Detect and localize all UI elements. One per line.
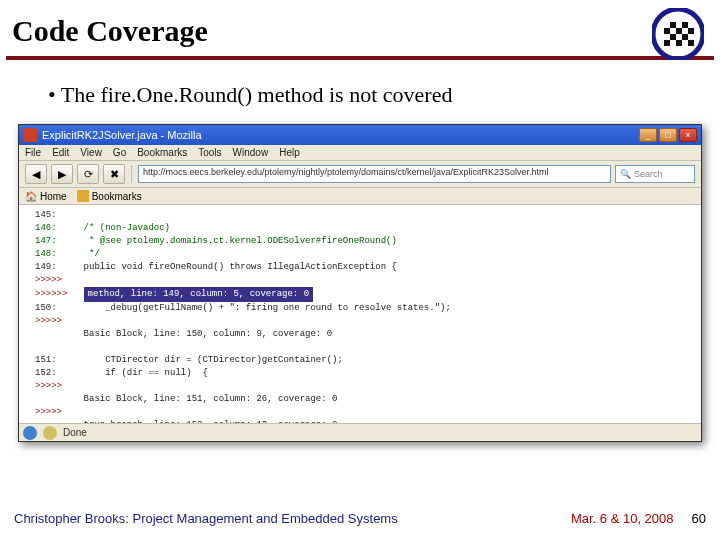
- folder-icon: [77, 190, 89, 202]
- close-button[interactable]: ×: [679, 128, 697, 142]
- code-line: 148: */: [35, 248, 701, 261]
- back-button[interactable]: ◀: [25, 164, 47, 184]
- coverage-tooltip: method, line: 149, column: 5, coverage: …: [84, 287, 313, 302]
- svg-rect-7: [682, 34, 688, 40]
- slide-title: Code Coverage: [0, 0, 720, 56]
- title-divider: [6, 56, 714, 60]
- search-icon: 🔍: [620, 169, 631, 179]
- code-line: 145:: [35, 209, 701, 222]
- coverage-info: Basic Block, line: 150, column: 9, cover…: [35, 328, 701, 341]
- code-coverage-pane: 145: 146: /* (non-Javadoc) 147: * @see p…: [19, 205, 701, 423]
- search-placeholder: Search: [634, 169, 663, 179]
- bookmarks-bar: 🏠 Home Bookmarks: [19, 188, 701, 205]
- code-line: 151: CTDirector dir = (CTDirector)getCon…: [35, 354, 701, 367]
- code-line: 150: _debug(getFullName() + ": firing on…: [35, 302, 701, 315]
- forward-button[interactable]: ▶: [51, 164, 73, 184]
- uncovered-marker: >>>>>: [35, 380, 701, 393]
- maximize-button[interactable]: □: [659, 128, 677, 142]
- svg-rect-10: [688, 40, 694, 46]
- checkered-logo: [652, 8, 704, 60]
- menu-file[interactable]: File: [25, 147, 41, 158]
- address-bar[interactable]: http://mocs.eecs.berkeley.edu/ptolemy/ni…: [138, 165, 611, 183]
- footer-page-number: 60: [692, 511, 706, 526]
- footer-date: Mar. 6 & 10, 2008: [571, 511, 674, 526]
- blank-line: [35, 341, 701, 354]
- menu-go[interactable]: Go: [113, 147, 126, 158]
- reload-button[interactable]: ⟳: [77, 164, 99, 184]
- uncovered-marker: >>>>>> method, line: 149, column: 5, cov…: [35, 287, 701, 302]
- code-line: 147: * @see ptolemy.domains.ct.kernel.OD…: [35, 235, 701, 248]
- status-bar: Done: [19, 423, 701, 441]
- uncovered-marker: >>>>>: [35, 274, 701, 287]
- slide-footer: Christopher Brooks: Project Management a…: [14, 511, 706, 526]
- menu-window[interactable]: Window: [233, 147, 269, 158]
- menu-edit[interactable]: Edit: [52, 147, 69, 158]
- svg-rect-1: [670, 22, 676, 28]
- code-line: 149: public void fireOneRound() throws I…: [35, 261, 701, 274]
- lock-icon: [43, 426, 57, 440]
- menu-tools[interactable]: Tools: [198, 147, 221, 158]
- code-line: 152: if (dir == null) {: [35, 367, 701, 380]
- bookmark-home-label: Home: [40, 191, 67, 202]
- search-input[interactable]: 🔍 Search: [615, 165, 695, 183]
- mozilla-icon: [23, 128, 37, 142]
- svg-rect-2: [682, 22, 688, 28]
- coverage-info: Basic Block, line: 151, column: 26, cove…: [35, 393, 701, 406]
- svg-rect-9: [676, 40, 682, 46]
- stop-button[interactable]: ✖: [103, 164, 125, 184]
- mozilla-throbber-icon: [23, 426, 37, 440]
- bullet-point: • The fire.One.Round() method is not cov…: [48, 82, 720, 108]
- uncovered-marker: >>>>>: [35, 406, 701, 419]
- svg-rect-8: [664, 40, 670, 46]
- bookmark-home[interactable]: 🏠 Home: [25, 191, 67, 202]
- menu-view[interactable]: View: [80, 147, 102, 158]
- minimize-button[interactable]: _: [639, 128, 657, 142]
- window-title: ExplicitRK2JSolver.java - Mozilla: [42, 129, 639, 141]
- menubar: File Edit View Go Bookmarks Tools Window…: [19, 145, 701, 161]
- menu-help[interactable]: Help: [279, 147, 300, 158]
- svg-rect-4: [676, 28, 682, 34]
- status-text: Done: [63, 427, 87, 438]
- home-icon: 🏠: [25, 191, 37, 202]
- bookmark-bookmarks[interactable]: Bookmarks: [77, 190, 142, 202]
- toolbar-separator: [131, 165, 132, 183]
- menu-bookmarks[interactable]: Bookmarks: [137, 147, 187, 158]
- uncovered-marker: >>>>>: [35, 315, 701, 328]
- footer-author: Christopher Brooks: Project Management a…: [14, 511, 571, 526]
- svg-rect-5: [688, 28, 694, 34]
- titlebar: ExplicitRK2JSolver.java - Mozilla _ □ ×: [19, 125, 701, 145]
- svg-rect-6: [670, 34, 676, 40]
- svg-rect-3: [664, 28, 670, 34]
- browser-window: ExplicitRK2JSolver.java - Mozilla _ □ × …: [18, 124, 702, 442]
- toolbar: ◀ ▶ ⟳ ✖ http://mocs.eecs.berkeley.edu/pt…: [19, 161, 701, 188]
- code-line: 146: /* (non-Javadoc): [35, 222, 701, 235]
- bookmark-bookmarks-label: Bookmarks: [92, 191, 142, 202]
